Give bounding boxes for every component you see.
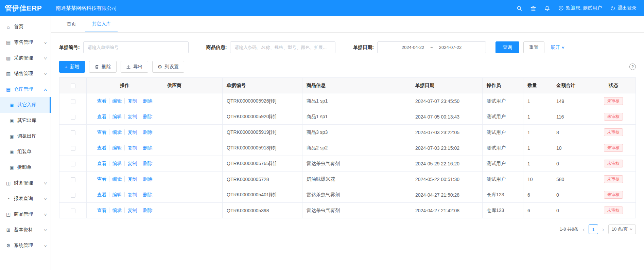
row-checkbox[interactable] <box>71 130 75 135</box>
row-checkbox-cell <box>59 140 87 156</box>
action-delete[interactable]: 删除 <box>140 98 153 104</box>
cell-status: 未审核 <box>591 187 636 203</box>
sidebar-item-retail[interactable]: ▤ 零售管理 ∨ <box>0 35 51 50</box>
tab-other-inbound[interactable]: 其它入库 <box>85 16 118 32</box>
reset-button[interactable]: 重置 <box>523 41 544 53</box>
row-actions-cell: 查看编辑复制删除 <box>87 187 163 203</box>
action-view[interactable]: 查看 <box>97 176 107 182</box>
help-icon[interactable]: ? <box>629 64 636 70</box>
prev-page-icon[interactable]: ‹ <box>582 227 585 232</box>
action-view[interactable]: 查看 <box>97 161 107 166</box>
sidebar-item-goods[interactable]: ◰ 商品管理 ∨ <box>0 206 51 222</box>
action-edit[interactable]: 编辑 <box>109 98 122 104</box>
action-copy[interactable]: 复制 <box>124 98 137 104</box>
select-all-checkbox[interactable] <box>71 84 75 88</box>
logout-button[interactable]: 退出登录 <box>610 5 637 11</box>
action-delete[interactable]: 删除 <box>140 114 153 119</box>
row-checkbox-cell <box>59 156 87 172</box>
table-row: 查看编辑复制删除 QTRK00000005728 奶油味爆米花 2024-05-… <box>59 172 636 187</box>
sidebar-subitem-transfer-outbound[interactable]: ▣ 调拨出库 <box>0 128 51 144</box>
search-icon[interactable] <box>517 5 522 11</box>
sidebar-subitem-other-inbound[interactable]: ▣ 其它入库 <box>0 97 51 113</box>
tab-home[interactable]: 首页 <box>60 16 83 32</box>
add-button[interactable]: + 新增 <box>59 61 85 73</box>
next-page-icon[interactable]: › <box>602 227 605 232</box>
delete-button[interactable]: 删除 <box>89 61 117 73</box>
date-label: 单据日期: <box>353 44 374 51</box>
order-no-input[interactable] <box>83 41 189 53</box>
logout-text: 退出登录 <box>617 5 637 11</box>
sidebar-item-purchase[interactable]: ▥ 采购管理 ∨ <box>0 50 51 66</box>
bank-icon[interactable] <box>530 5 536 11</box>
cell-supplier <box>163 156 223 172</box>
action-delete[interactable]: 删除 <box>140 145 153 150</box>
action-edit[interactable]: 编辑 <box>109 145 122 150</box>
row-checkbox[interactable] <box>71 193 75 198</box>
action-edit[interactable]: 编辑 <box>109 114 122 119</box>
action-view[interactable]: 查看 <box>97 114 107 119</box>
sidebar-item-warehouse[interactable]: ▦ 仓库管理 ∧ <box>0 82 51 97</box>
action-copy[interactable]: 复制 <box>124 176 137 182</box>
table-row: 查看编辑复制删除 QTRK00000005926[转] 商品1 sp1 2024… <box>59 93 636 109</box>
page-number-1[interactable]: 1 <box>589 224 598 234</box>
bell-icon[interactable] <box>544 5 550 11</box>
action-edit[interactable]: 编辑 <box>109 192 122 197</box>
action-edit[interactable]: 编辑 <box>109 161 122 166</box>
cell-product: 商品1 sp1 <box>302 93 411 109</box>
sidebar-item-label: 仓库管理 <box>14 86 44 92</box>
expand-toggle[interactable]: 展开 ∨ <box>551 44 564 51</box>
action-copy[interactable]: 复制 <box>124 129 137 135</box>
welcome-user[interactable]: 欢迎您, 测试用户 <box>558 5 602 11</box>
action-copy[interactable]: 复制 <box>124 208 137 213</box>
action-edit[interactable]: 编辑 <box>109 208 122 213</box>
purchase-icon: ▥ <box>5 55 11 61</box>
add-button-label: 新增 <box>70 64 80 70</box>
row-checkbox[interactable] <box>71 115 75 120</box>
action-view[interactable]: 查看 <box>97 98 107 104</box>
plus-icon: + <box>65 64 68 69</box>
gear-icon: ⚙ <box>158 64 162 69</box>
sidebar-item-reports[interactable]: ◔ 报表查询 ∨ <box>0 191 51 206</box>
table-row: 查看编辑复制删除 QTRK00000005401[转] 雷达杀虫气雾剂 2024… <box>59 187 636 203</box>
action-copy[interactable]: 复制 <box>124 114 137 119</box>
col-header-actions: 操作 <box>87 78 163 93</box>
sidebar-item-home[interactable]: ⌂ 首页 <box>0 19 51 35</box>
action-copy[interactable]: 复制 <box>124 145 137 150</box>
row-checkbox[interactable] <box>71 177 75 182</box>
date-range-picker[interactable]: 2024-04-22 ~ 2024-07-22 <box>377 41 486 53</box>
action-delete[interactable]: 删除 <box>140 176 153 182</box>
action-delete[interactable]: 删除 <box>140 192 153 197</box>
cell-supplier <box>163 93 223 109</box>
action-view[interactable]: 查看 <box>97 129 107 135</box>
sidebar-item-basic-data[interactable]: ⊞ 基本资料 ∨ <box>0 222 51 238</box>
row-checkbox[interactable] <box>71 99 75 104</box>
action-view[interactable]: 查看 <box>97 208 107 213</box>
action-view[interactable]: 查看 <box>97 145 107 150</box>
action-copy[interactable]: 复制 <box>124 192 137 197</box>
page-size-select[interactable]: 10 条/页 ∨ <box>608 224 636 234</box>
action-edit[interactable]: 编辑 <box>109 129 122 135</box>
trash-icon <box>94 65 99 69</box>
row-checkbox[interactable] <box>71 162 75 166</box>
action-delete[interactable]: 删除 <box>140 161 153 166</box>
action-edit[interactable]: 编辑 <box>109 176 122 182</box>
product-info-input[interactable] <box>230 41 335 53</box>
action-delete[interactable]: 删除 <box>140 208 153 213</box>
column-settings-button[interactable]: ⚙ 列设置 <box>152 61 184 73</box>
sidebar-item-system[interactable]: ⚙ 系统管理 ∨ <box>0 238 51 253</box>
tab-bar: 首页 其它入库 <box>51 16 644 33</box>
sidebar-subitem-assembly-order[interactable]: ▣ 组装单 <box>0 144 51 160</box>
sidebar-item-finance[interactable]: ◫ 财务管理 ∨ <box>0 175 51 191</box>
action-view[interactable]: 查看 <box>97 192 107 197</box>
action-copy[interactable]: 复制 <box>124 161 137 166</box>
search-button[interactable]: 查询 <box>495 41 519 53</box>
col-header-order-no: 单据编号 <box>223 78 302 93</box>
row-checkbox[interactable] <box>71 146 75 151</box>
export-button[interactable]: 导出 <box>121 61 148 73</box>
row-checkbox[interactable] <box>71 209 75 213</box>
cell-supplier <box>163 125 223 140</box>
action-delete[interactable]: 删除 <box>140 129 153 135</box>
sidebar-subitem-disassembly-order[interactable]: ▣ 拆卸单 <box>0 160 51 175</box>
sidebar-item-sales[interactable]: ▧ 销售管理 ∨ <box>0 66 51 82</box>
sidebar-subitem-other-outbound[interactable]: ▣ 其它出库 <box>0 113 51 128</box>
